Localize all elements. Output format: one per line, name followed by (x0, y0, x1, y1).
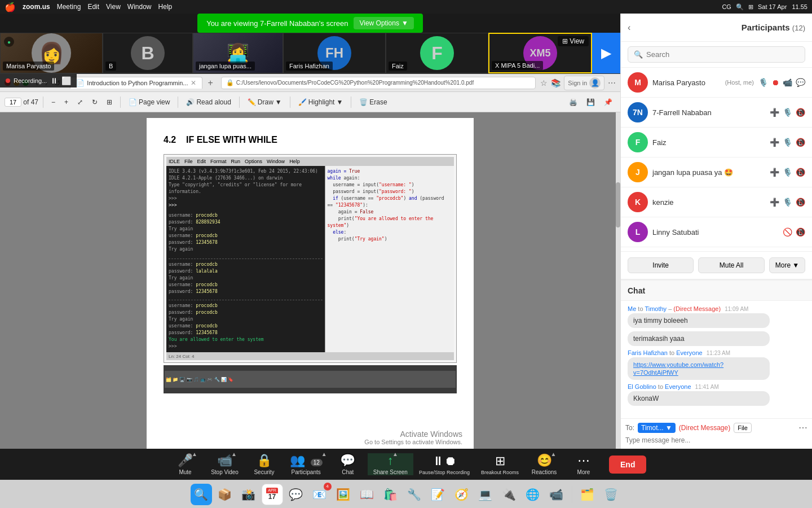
search-input[interactable] (646, 50, 799, 59)
page-number-input[interactable] (5, 98, 21, 107)
read-aloud-button[interactable]: 🔊 Read aloud (183, 97, 234, 107)
apple-icon[interactable]: 🍎 (5, 2, 16, 12)
dock-unclutter[interactable]: 🗂️ (577, 484, 598, 505)
toolbar-chat[interactable]: 💬 Chat (328, 453, 368, 475)
pdf-scrollbar[interactable] (616, 112, 620, 449)
avatar-jangan: J (628, 162, 648, 182)
menu-view[interactable]: View (106, 3, 121, 11)
sign-in-button[interactable]: Sign in 👤 (564, 76, 604, 90)
page-view-button[interactable]: 📄 Page view (125, 97, 173, 107)
participants-label: Participants (292, 469, 321, 475)
toolbar-mute[interactable]: 🎤 ▲ Mute (166, 453, 205, 475)
video-tile-faris[interactable]: FH Faris Hafizhan (283, 33, 386, 73)
pdf-print-button[interactable]: 🖨️ (566, 97, 581, 107)
chat-recipient-select[interactable]: Timot... ▼ (638, 423, 676, 433)
dock-terminal[interactable]: 💻 (475, 484, 496, 505)
dock-settings[interactable]: 🔧 (404, 484, 425, 505)
dock-books[interactable]: 📖 (356, 484, 378, 505)
menu-window[interactable]: Window (127, 3, 152, 11)
erase-button[interactable]: 🗑️ Erase (356, 97, 390, 107)
dock-notes[interactable]: 📝 (427, 484, 449, 505)
add-tab-button[interactable]: + (205, 77, 217, 89)
video-tile-faiz[interactable]: F Faiz (386, 33, 488, 73)
dock-appstore[interactable]: 🛍️ (380, 484, 401, 505)
video-caret[interactable]: ▲ (231, 451, 237, 457)
participants-more-button[interactable]: More ▼ (769, 257, 805, 273)
video-tile-marisa[interactable]: 👩 Marisa Paryasto ● (0, 33, 103, 73)
panel-collapse-button[interactable]: ‹ (628, 23, 630, 33)
menubar-control-center[interactable]: ⊞ (748, 3, 753, 11)
toolbar-more[interactable]: ⋯ More (564, 453, 603, 475)
security-icon: 🔒 (257, 453, 272, 468)
collections-button[interactable]: 📚 (551, 78, 561, 87)
menu-help[interactable]: Help (158, 3, 173, 11)
zoom-out-button[interactable]: − (48, 97, 59, 107)
dock-zoom[interactable]: 📹 (546, 484, 567, 505)
end-button[interactable]: End (609, 456, 646, 474)
dock-launchpad[interactable]: 📦 (214, 484, 236, 505)
dock-warp[interactable]: 🔌 (498, 484, 520, 505)
participant-row-farrell[interactable]: 7N 7-Farrell Nababan ➕ 🎙️ 📵 (621, 98, 812, 128)
browser-tab[interactable]: 📄 Introduction to Python Programmin... ✕ (70, 77, 202, 89)
pdf-scrollbar-thumb[interactable] (616, 182, 620, 227)
participant-row-kenzie[interactable]: K kenzie ➕ 🎙️ 📵 (621, 187, 812, 217)
toolbar-participants[interactable]: 👥 ▲ 12 Participants (284, 453, 328, 475)
star-button[interactable]: ☆ (540, 78, 548, 87)
chat-bubble-4: KkonaW (628, 391, 770, 406)
participant-row-marisa[interactable]: M Marisa Paryasto (Host, me) 🎙️ ⏺ 📹 💬 (621, 68, 812, 98)
more-label: More (577, 469, 590, 475)
dock-safari[interactable]: 🧭 (451, 484, 473, 505)
dock-finder[interactable]: 🔍 (191, 484, 212, 505)
pdf-pin-button[interactable]: 📌 (601, 97, 616, 107)
dock-mail[interactable]: 📧 4 (309, 484, 330, 505)
participant-name-farrell: 7-Farrell Nababan (652, 108, 765, 117)
menubar-search-icon[interactable]: 🔍 (736, 3, 744, 11)
participant-row-faiz[interactable]: F Faiz ➕ 🎙️ 📵 (621, 128, 812, 157)
zoom-in-button[interactable]: + (61, 97, 72, 107)
draw-button[interactable]: ✏️ Draw ▼ (244, 97, 285, 107)
video-tile-b[interactable]: B B (103, 33, 193, 73)
view-options-button[interactable]: View Options ▼ (354, 17, 413, 29)
more-options-button[interactable]: ⋯ (608, 78, 616, 87)
menu-edit[interactable]: Edit (87, 3, 99, 11)
chat-link[interactable]: https://www.youtube.com/watch?v=7OdhtAiP… (633, 361, 723, 376)
mute-all-button[interactable]: Mute All (698, 257, 764, 273)
share-caret[interactable]: ▲ (392, 451, 398, 457)
toolbar-security[interactable]: 🔒 Security (245, 453, 284, 475)
video-tile-jangan[interactable]: 👩‍💻 jangan lupa puas... (193, 33, 283, 73)
participant-row-jangan[interactable]: J jangan lupa puasa ya 🤩 ➕ 🎙️ 📵 (621, 157, 812, 187)
pdf-save-button[interactable]: 💾 (583, 97, 598, 107)
toolbar-reactions[interactable]: 😊 ▲ Reactions (524, 453, 564, 475)
next-tile-button[interactable]: ▶ (592, 33, 620, 73)
participant-role-marisa: (Host, me) (725, 79, 754, 86)
dock-photos[interactable]: 🖼️ (333, 484, 354, 505)
dock-calendar[interactable]: APR 17 (262, 484, 283, 505)
rotate-button[interactable]: ↻ (89, 97, 101, 107)
toolbar-pause-recording[interactable]: ⏸⏺ Pause/Stop Recording (413, 454, 475, 475)
dock-chrome[interactable]: 🌐 (522, 484, 544, 505)
chat-text-input[interactable] (625, 435, 807, 445)
chat-meta-1: Me to Timothy – (Direct Message) 11:09 A… (628, 305, 805, 328)
mute-caret[interactable]: ▲ (192, 451, 197, 457)
highlight-button[interactable]: 🖌️ Highlight ▼ (295, 97, 347, 107)
dock-trash[interactable]: 🗑️ (601, 484, 622, 505)
fit-page-button[interactable]: ⤢ (74, 97, 86, 107)
toolbar-share-screen[interactable]: ↑ ▲ Share Screen (368, 453, 413, 475)
chat-more-button[interactable]: ⋯ (798, 422, 807, 433)
menu-meeting[interactable]: Meeting (57, 3, 81, 11)
thumbnail-button[interactable]: ⊞ (103, 97, 116, 107)
view-label: ⊞ View (558, 36, 589, 46)
participant-row-linny[interactable]: L Linny Satubati 🚫 📵 (621, 217, 812, 247)
toolbar-stop-video[interactable]: 📹 ▲ Stop Video (205, 453, 245, 475)
dock-messages[interactable]: 💬 (285, 484, 307, 505)
dock-screenshot[interactable]: 📸 (238, 484, 259, 505)
toolbar-breakout-rooms[interactable]: ⊞ Breakout Rooms (475, 454, 524, 475)
chat-file-button[interactable]: File (734, 423, 752, 433)
invite-button[interactable]: Invite (628, 257, 694, 273)
reactions-caret[interactable]: ▲ (551, 451, 557, 457)
search-icon: 🔍 (634, 50, 643, 59)
app-name[interactable]: zoom.us (23, 3, 50, 11)
close-tab-button[interactable]: ✕ (191, 79, 196, 87)
tile-name-xmipa: X MIPA 5 Badi... (492, 61, 543, 70)
participants-caret[interactable]: ▲ (321, 451, 327, 457)
